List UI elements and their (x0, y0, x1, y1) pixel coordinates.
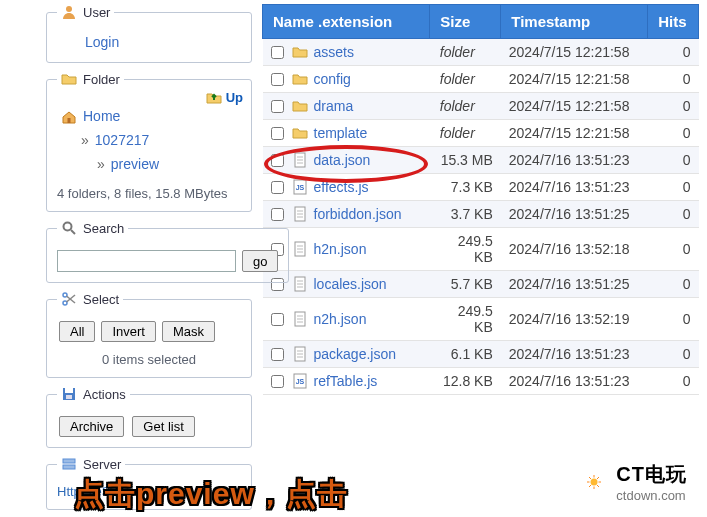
user-panel: User Login (46, 4, 252, 63)
cell-size: 249.5 KB (430, 298, 501, 341)
row-checkbox[interactable] (271, 208, 284, 221)
file-icon (292, 152, 308, 168)
table-row[interactable]: locales.json5.7 KB2024/7/16 13:51:250 (263, 271, 699, 298)
file-link[interactable]: drama (314, 98, 354, 114)
cell-size: folder (430, 39, 501, 66)
row-checkbox[interactable] (271, 181, 284, 194)
home-link[interactable]: Home (83, 105, 120, 129)
svg-line-7 (67, 295, 76, 302)
row-checkbox[interactable] (271, 127, 284, 140)
tree-level2[interactable]: »preview (97, 153, 237, 177)
table-row[interactable]: package.json6.1 KB2024/7/16 13:51:230 (263, 341, 699, 368)
login-link[interactable]: Login (85, 34, 119, 50)
actions-panel: Actions Archive Get list (46, 386, 252, 448)
select-all-button[interactable]: All (59, 321, 95, 342)
file-link[interactable]: assets (314, 44, 354, 60)
table-row[interactable]: JSeffects.js7.3 KB2024/7/16 13:51:230 (263, 174, 699, 201)
table-row[interactable]: JSrefTable.js12.8 KB2024/7/16 13:51:230 (263, 368, 699, 395)
search-go-button[interactable]: go (242, 250, 278, 272)
cell-timestamp: 2024/7/15 12:21:58 (501, 93, 648, 120)
file-link[interactable]: h2n.json (314, 241, 367, 257)
svg-text:JS: JS (295, 184, 304, 191)
cell-timestamp: 2024/7/15 12:21:58 (501, 120, 648, 147)
scissors-icon (61, 291, 77, 307)
file-link[interactable]: effects.js (314, 179, 369, 195)
home-icon (61, 109, 77, 125)
cell-timestamp: 2024/7/16 13:51:23 (501, 341, 648, 368)
table-row[interactable]: h2n.json249.5 KB2024/7/16 13:52:180 (263, 228, 699, 271)
folder-icon (292, 125, 308, 141)
svg-line-48 (589, 485, 591, 487)
file-link[interactable]: forbiddon.json (314, 206, 402, 222)
row-checkbox[interactable] (271, 375, 284, 388)
th-timestamp[interactable]: Timestamp (501, 5, 648, 39)
svg-text:JS: JS (295, 378, 304, 385)
cell-hits: 0 (648, 228, 699, 271)
table-row[interactable]: assetsfolder2024/7/15 12:21:580 (263, 39, 699, 66)
cell-size: folder (430, 120, 501, 147)
search-icon (61, 220, 77, 236)
svg-rect-9 (65, 388, 73, 393)
file-link[interactable]: refTable.js (314, 373, 378, 389)
cell-size: 15.3 MB (430, 147, 501, 174)
table-row[interactable]: n2h.json249.5 KB2024/7/16 13:52:190 (263, 298, 699, 341)
row-checkbox[interactable] (271, 46, 284, 59)
table-row[interactable]: configfolder2024/7/15 12:21:580 (263, 66, 699, 93)
file-listing-table: Name .extension Size Timestamp Hits asse… (262, 4, 699, 395)
row-checkbox[interactable] (271, 154, 284, 167)
table-row[interactable]: templatefolder2024/7/15 12:21:580 (263, 120, 699, 147)
cell-hits: 0 (648, 147, 699, 174)
svg-line-46 (589, 477, 591, 479)
row-checkbox[interactable] (271, 313, 284, 326)
cell-size: folder (430, 66, 501, 93)
watermark: CT电玩 ctdown.com (570, 457, 697, 507)
save-icon (61, 386, 77, 402)
th-name[interactable]: Name .extension (263, 5, 430, 39)
tree-home[interactable]: Home (61, 105, 237, 129)
getlist-button[interactable]: Get list (132, 416, 194, 437)
cell-timestamp: 2024/7/16 13:51:23 (501, 174, 648, 201)
folder-up[interactable]: Up (206, 89, 243, 105)
svg-rect-12 (63, 465, 75, 469)
cell-size: 7.3 KB (430, 174, 501, 201)
svg-point-41 (591, 479, 598, 486)
cell-size: folder (430, 93, 501, 120)
select-invert-button[interactable]: Invert (101, 321, 156, 342)
file-icon (292, 346, 308, 362)
table-row[interactable]: forbiddon.json3.7 KB2024/7/16 13:51:250 (263, 201, 699, 228)
svg-line-49 (597, 477, 599, 479)
row-checkbox[interactable] (271, 100, 284, 113)
folder-icon (292, 98, 308, 114)
file-link[interactable]: package.json (314, 346, 397, 362)
th-size[interactable]: Size (430, 5, 501, 39)
th-hits[interactable]: Hits (648, 5, 699, 39)
cell-timestamp: 2024/7/15 12:21:58 (501, 39, 648, 66)
cell-size: 5.7 KB (430, 271, 501, 298)
svg-line-47 (597, 485, 599, 487)
row-checkbox[interactable] (271, 73, 284, 86)
cell-timestamp: 2024/7/16 13:51:23 (501, 147, 648, 174)
folder-icon (292, 44, 308, 60)
folder-icon (61, 71, 77, 87)
file-link[interactable]: config (314, 71, 351, 87)
svg-rect-1 (68, 118, 71, 123)
archive-button[interactable]: Archive (59, 416, 124, 437)
cell-timestamp: 2024/7/16 13:51:25 (501, 201, 648, 228)
cell-timestamp: 2024/7/15 12:21:58 (501, 66, 648, 93)
table-row[interactable]: data.json15.3 MB2024/7/16 13:51:230 (263, 147, 699, 174)
search-input[interactable] (57, 250, 236, 272)
table-row[interactable]: dramafolder2024/7/15 12:21:580 (263, 93, 699, 120)
select-status: 0 items selected (57, 352, 241, 367)
tree-level1[interactable]: »1027217 (81, 129, 237, 153)
up-link[interactable]: Up (226, 90, 243, 105)
file-link[interactable]: locales.json (314, 276, 387, 292)
select-mask-button[interactable]: Mask (162, 321, 215, 342)
row-checkbox[interactable] (271, 348, 284, 361)
cell-hits: 0 (648, 201, 699, 228)
file-link[interactable]: n2h.json (314, 311, 367, 327)
svg-line-3 (71, 230, 75, 234)
js-file-icon: JS (292, 179, 308, 195)
cell-size: 6.1 KB (430, 341, 501, 368)
file-link[interactable]: template (314, 125, 368, 141)
file-link[interactable]: data.json (314, 152, 371, 168)
